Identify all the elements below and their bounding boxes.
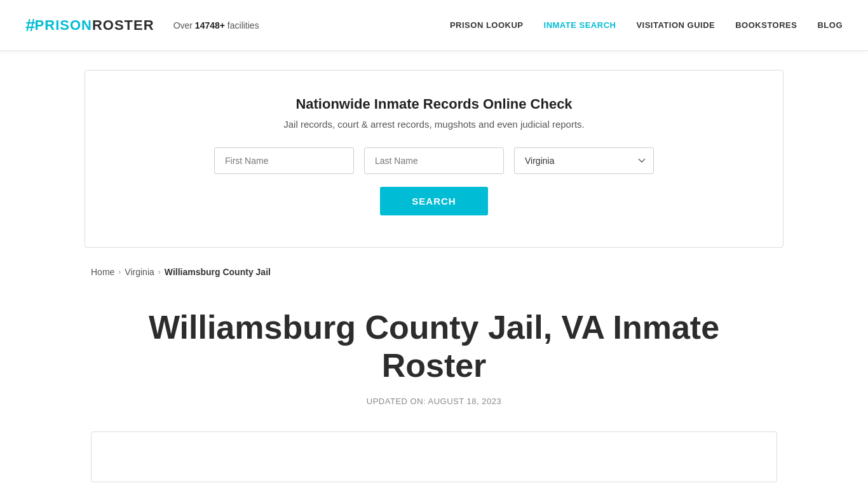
breadcrumb-separator-2: › xyxy=(158,268,161,276)
state-select[interactable]: AlabamaAlaskaArizonaArkansasCaliforniaCo… xyxy=(514,147,654,174)
lower-card xyxy=(91,431,777,482)
logo-roster: ROSTER xyxy=(92,17,154,34)
facilities-count-text: Over 14748+ facilities xyxy=(173,20,259,30)
search-fields-row: AlabamaAlaskaArizonaArkansasCaliforniaCo… xyxy=(123,147,745,174)
facilities-number: 14748+ xyxy=(195,20,225,30)
search-button[interactable]: SEARCH xyxy=(380,187,487,215)
main-nav: PRISON LOOKUP INMATE SEARCH VISITATION G… xyxy=(450,20,843,30)
main-content: Williamsburg County Jail, VA Inmate Rost… xyxy=(85,283,783,482)
logo-hash: # xyxy=(25,15,35,36)
breadcrumb-separator-1: › xyxy=(118,268,121,276)
breadcrumb-home[interactable]: Home xyxy=(91,267,114,277)
search-widget-subtitle: Jail records, court & arrest records, mu… xyxy=(123,119,745,130)
page-title: Williamsburg County Jail, VA Inmate Rost… xyxy=(104,309,764,385)
page-title-section: Williamsburg County Jail, VA Inmate Rost… xyxy=(91,283,777,419)
first-name-input[interactable] xyxy=(214,147,354,174)
search-widget-title: Nationwide Inmate Records Online Check xyxy=(123,96,745,112)
nav-bookstores[interactable]: BOOKSTORES xyxy=(735,20,797,30)
breadcrumb-current: Williamsburg County Jail xyxy=(165,267,271,277)
updated-on: UPDATED ON: AUGUST 18, 2023 xyxy=(104,396,764,406)
nav-inmate-search[interactable]: INMATE SEARCH xyxy=(544,20,616,30)
logo-prison: PRISON xyxy=(35,17,92,34)
breadcrumb-virginia[interactable]: Virginia xyxy=(125,267,154,277)
breadcrumb: Home › Virginia › Williamsburg County Ja… xyxy=(85,267,783,277)
nav-prison-lookup[interactable]: PRISON LOOKUP xyxy=(450,20,524,30)
search-widget: Nationwide Inmate Records Online Check J… xyxy=(85,70,783,248)
site-header: #PRISONROSTER Over 14748+ facilities PRI… xyxy=(0,0,868,51)
site-logo[interactable]: #PRISONROSTER xyxy=(25,15,154,36)
nav-blog[interactable]: BLOG xyxy=(817,20,843,30)
search-btn-row: SEARCH xyxy=(123,187,745,215)
last-name-input[interactable] xyxy=(364,147,504,174)
nav-visitation-guide[interactable]: VISITATION GUIDE xyxy=(636,20,715,30)
